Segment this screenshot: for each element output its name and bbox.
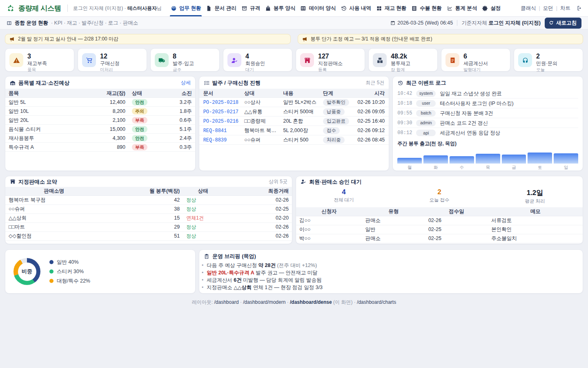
event-log-panel: 최근 이벤트 로그 10:42system일일 재고 스냅샷 생성 완료10:1… <box>392 76 583 171</box>
nav-item-1[interactable]: 문서 관리 <box>206 0 236 16</box>
column-header: 상태 <box>129 89 165 98</box>
refresh-button[interactable]: 새로고침 <box>545 18 581 29</box>
approval-stat-value: 4 <box>296 188 392 196</box>
approval-row: 김○○판매소02-26서류검토 <box>296 216 583 225</box>
order-stage-cell: 처리중 <box>321 135 353 145</box>
main-nav: 업무 현황문서 관리규격봉투 양식데이터 양식사용 내역재고 현황수불 현황통계… <box>171 0 501 16</box>
login-suffix: 님 <box>157 5 162 11</box>
inventory-row: 일반 20L2,100부족0.6주 <box>5 116 195 125</box>
order-doc-link[interactable]: PO-2025-0216 <box>203 119 238 124</box>
footer-link-2[interactable]: /dashboard/dense <box>290 299 332 305</box>
view-link-2[interactable]: 차트 <box>560 5 570 12</box>
briefing-text: 세금계산서 6건 미발행 — 담당 회계에 알림 발송됨 <box>207 277 321 283</box>
applicant-name: 박○○ <box>296 234 362 243</box>
view-link-1[interactable]: 모던 <box>543 5 553 12</box>
nav-item-6[interactable]: 재고 현황 <box>376 0 406 16</box>
panel-title-text: 운영 브리핑 (목업) <box>212 253 256 260</box>
order-doc-link[interactable]: REQ-8841 <box>203 128 227 134</box>
headset-icon <box>518 53 532 67</box>
inventory-table: 품목 재고(장) 상태 소진 일반 5L12,400안전3.2주일반 10L8,… <box>5 89 195 152</box>
bullet-dot: • <box>202 270 203 276</box>
kpi-card-1: 12구매신청미처리 <box>78 48 147 72</box>
nav-item-5[interactable]: 사용 내역 <box>341 0 371 16</box>
footer-link-1[interactable]: /dashboard/modern <box>243 299 285 305</box>
kpi-label: 봉투재고 <box>391 61 410 67</box>
nav-item-4[interactable]: 데이터 양식 <box>300 0 336 16</box>
approval-stat-label: 전체 대기 <box>296 197 392 203</box>
store-monthly: 15 <box>103 213 183 222</box>
item-stock: 4,300 <box>98 134 129 143</box>
status-badge: 주의 <box>132 108 147 114</box>
panel-row-top: 품목별 재고·소진예상 상세 품목 재고(장) 상태 소진 일반 5L12,40… <box>5 76 583 171</box>
kpi-card-2: 8발주·입고금주 <box>150 48 220 72</box>
kpi-label: 민원·문의 <box>536 61 557 67</box>
notice-text: 봉투 단가 조정 예고 — 3/1 적용 예정 (안내문 배포 완료) <box>311 36 432 43</box>
logout-icon[interactable] <box>576 5 581 11</box>
item-name: 일반 20L <box>5 116 98 125</box>
order-time: 02-26 09:12 <box>353 126 389 135</box>
event-text: 구매신청 자동 분배 3건 <box>440 110 493 117</box>
legend-label: 대형/특수 22% <box>57 278 90 285</box>
briefing-item: •일반 20L·특수규격 A 발주 권고 — 안전재고 미달 <box>202 269 578 276</box>
legend-label: 스티커 30% <box>57 268 84 275</box>
divider <box>457 20 457 26</box>
breadcrumb-trail: · KPI · 재고 · 발주/신청 · 로그 · 판매소 <box>51 20 138 27</box>
approval-stat: 2오늘 접수 <box>392 188 487 204</box>
nav-item-label: 업무 현황 <box>179 5 201 12</box>
applicant-name: 김○○ <box>296 216 362 225</box>
applicant-type: 일반 <box>362 225 425 234</box>
jurisdiction-value: 로그인 지자체 (미지정) <box>488 20 541 26</box>
status-badge: 안전 <box>132 126 147 132</box>
store-monthly: 42 <box>103 195 183 204</box>
order-stage-cell: 접수 <box>321 126 353 135</box>
store-status-text: 정상 <box>186 197 196 203</box>
order-doc-link[interactable]: PO-2025-0217 <box>203 109 238 115</box>
nav-item-7[interactable]: 수불 현황 <box>411 0 441 16</box>
inventory-detail-link[interactable]: 상세 <box>181 79 191 86</box>
store-status-text: 정상 <box>186 224 196 230</box>
store-row: 행복마트 북구점42정상02-26 <box>5 195 292 204</box>
approval-stat: 1.2일평균 처리 <box>487 188 583 204</box>
nav-item-9[interactable]: 설정 <box>482 0 501 16</box>
column-header: 접수일 <box>425 207 488 216</box>
history-icon <box>397 80 403 86</box>
item-weeks: 0.6주 <box>165 116 195 125</box>
kpi-text: 4회원승인대기 <box>245 53 265 67</box>
inventory-panel: 품목별 재고·소진예상 상세 품목 재고(장) 상태 소진 일반 5L12,40… <box>5 76 196 171</box>
kpi-value: 48.2k <box>391 53 410 60</box>
store-status-cell: 정상 <box>183 195 223 204</box>
login-prefix: 로그인 지자체 (미지정) · <box>73 5 127 11</box>
kpi-value: 3 <box>27 53 47 60</box>
nav-item-3[interactable]: 봉투 양식 <box>265 0 295 16</box>
breadcrumb: 종합 운영 현황 · KPI · 재고 · 발주/신청 · 로그 · 판매소 <box>7 20 138 27</box>
store-row: △△상회15연체1건02-20 <box>5 213 292 222</box>
legend-item: 일반 40% <box>49 259 90 266</box>
archive-icon <box>241 5 247 11</box>
weekly-bar-fill <box>476 154 500 164</box>
footer-link-3[interactable]: /dashboard/charts <box>357 299 396 305</box>
briefing-panel: 운영 브리핑 (목업) •다음 주 예상 구매신청 약 28건 (전주 대비 +… <box>199 249 583 294</box>
kpi-text: 6세금계산서발행대기 <box>463 53 488 67</box>
order-doc-link[interactable]: PO-2025-0218 <box>203 100 238 105</box>
view-link-0[interactable]: 클래식 <box>521 5 536 12</box>
nav-item-0[interactable]: 업무 현황 <box>171 0 201 16</box>
nav-item-8[interactable]: 통계 분석 <box>447 0 477 16</box>
event-text: 판매소 코드 2건 갱신 <box>440 120 488 126</box>
store-monthly: 51 <box>103 231 183 240</box>
order-doc-link[interactable]: REQ-8839 <box>203 137 227 143</box>
order-stage-cell: 입고완료 <box>321 117 353 126</box>
event-row: 10:42system일일 재고 스냅샷 생성 완료 <box>397 89 578 99</box>
approval-stat-label: 평균 처리 <box>487 198 583 204</box>
nav-item-label: 문서 관리 <box>214 5 236 12</box>
panel-title-text: 지정판매소 요약 <box>18 178 57 185</box>
column-header: 소진 <box>165 89 195 98</box>
nav-item-2[interactable]: 규격 <box>241 0 260 16</box>
item-weeks: 3.2주 <box>165 98 195 107</box>
footer-link-0[interactable]: /dashboard <box>214 299 239 305</box>
approval-stats: 4전체 대기2오늘 접수1.2일평균 처리 <box>296 187 583 207</box>
item-name: 일반 5L <box>5 98 98 107</box>
item-stock: 8,200 <box>98 107 129 116</box>
kpi-text: 3재고부족품목 <box>27 53 47 67</box>
store-last-date: 02-26 <box>223 231 292 240</box>
item-stock: 890 <box>98 143 129 152</box>
